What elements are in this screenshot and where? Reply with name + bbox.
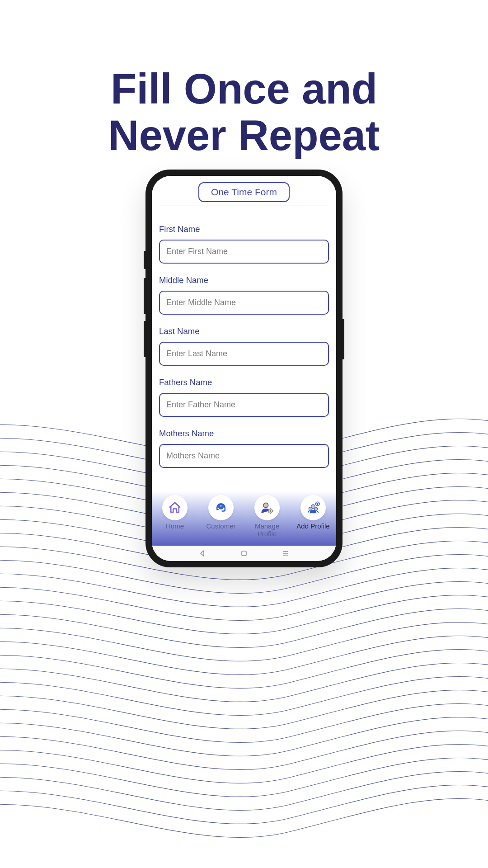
phone-volume-up-button [144, 278, 146, 314]
svg-point-1 [220, 506, 221, 507]
nav-home-label: Home [166, 522, 184, 530]
form-header: One Time Form [152, 176, 336, 206]
headline-line-1: Fill Once and [111, 65, 377, 113]
field-fathers-name: Fathers Name [159, 377, 329, 417]
svg-rect-16 [242, 551, 246, 556]
middle-name-label: Middle Name [159, 275, 329, 285]
headline-line-2: Never Repeat [108, 112, 380, 159]
svg-point-3 [263, 503, 268, 508]
users-plus-icon [300, 495, 326, 520]
nav-manage-profile[interactable]: Manage Profile [245, 495, 289, 538]
last-name-label: Last Name [159, 326, 329, 336]
nav-add-profile-label: Add Profile [296, 522, 329, 530]
form-title-badge: One Time Form [198, 182, 290, 202]
headset-icon [208, 495, 234, 520]
last-name-input[interactable] [159, 342, 329, 366]
nav-customer-label: Customer [206, 522, 235, 530]
fathers-name-label: Fathers Name [159, 377, 329, 387]
divider [159, 206, 329, 206]
svg-point-12 [311, 505, 315, 509]
home-icon [162, 495, 188, 520]
home-square-icon[interactable] [239, 548, 249, 558]
app-screen: One Time Form First Name Middle Name Las… [152, 176, 336, 561]
nav-manage-profile-label: Manage Profile [255, 522, 279, 538]
svg-point-5 [270, 510, 271, 512]
fathers-name-input[interactable] [159, 393, 329, 417]
promo-headline: Fill Once and Never Repeat [0, 66, 488, 159]
middle-name-input[interactable] [159, 291, 329, 315]
user-gear-icon [254, 495, 280, 520]
recent-apps-icon[interactable] [281, 548, 291, 558]
field-mothers-name: Mothers Name [159, 429, 329, 468]
mothers-name-label: Mothers Name [159, 429, 329, 439]
field-first-name: First Name [159, 224, 329, 264]
nav-home[interactable]: Home [153, 495, 197, 530]
first-name-label: First Name [159, 224, 329, 234]
android-nav-bar [152, 546, 336, 561]
bottom-nav: Home Customer [152, 491, 336, 546]
phone-mockup: One Time Form First Name Middle Name Las… [145, 170, 343, 567]
phone-mute-switch [144, 251, 146, 269]
back-icon[interactable] [197, 548, 207, 558]
phone-volume-down-button [144, 321, 146, 357]
field-last-name: Last Name [159, 326, 329, 366]
phone-power-button [342, 319, 344, 359]
field-middle-name: Middle Name [159, 275, 329, 315]
svg-point-2 [222, 506, 223, 507]
first-name-input[interactable] [159, 240, 329, 264]
nav-add-profile[interactable]: Add Profile [291, 495, 335, 530]
mothers-name-input[interactable] [159, 444, 329, 468]
nav-customer[interactable]: Customer [199, 495, 243, 530]
